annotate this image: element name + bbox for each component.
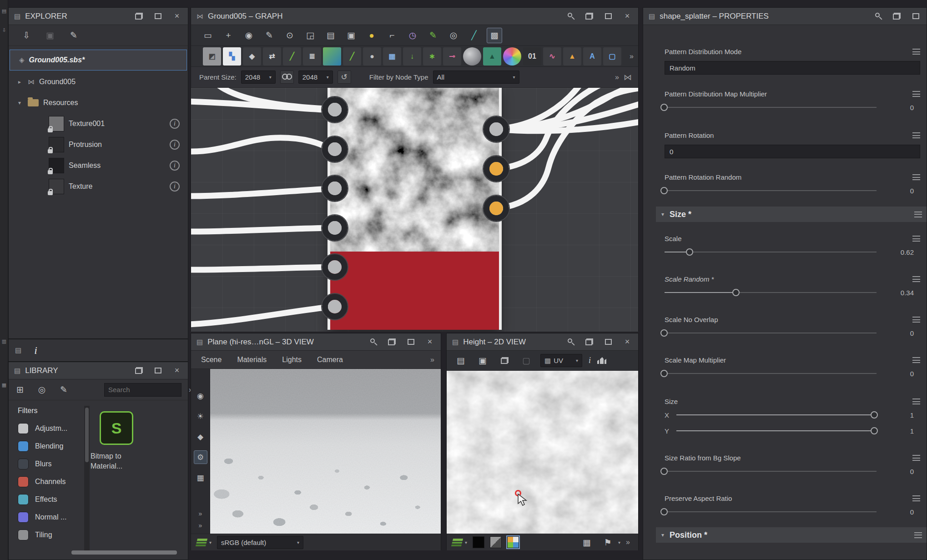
height-node-icon[interactable]: ▲ [483, 47, 501, 66]
param-menu-icon[interactable] [912, 276, 920, 282]
paint-icon[interactable]: ╱ [466, 28, 482, 43]
save-image-icon[interactable]: ▣ [475, 353, 490, 368]
histogram-icon[interactable] [597, 357, 606, 364]
slider-handle[interactable] [871, 427, 878, 434]
float-icon[interactable] [131, 10, 146, 23]
output-connector-dot[interactable] [484, 116, 509, 142]
frame-node-icon[interactable]: ▢ [603, 47, 621, 66]
size-section-header[interactable]: ▾ Size * [656, 207, 927, 222]
param-menu-icon[interactable] [914, 212, 922, 217]
library-hscrollbar[interactable] [71, 550, 177, 555]
view3d-tab[interactable]: Materials [237, 356, 267, 364]
copy-icon[interactable] [497, 353, 512, 368]
value-node-icon[interactable]: 01 [523, 47, 541, 66]
info-icon[interactable] [170, 140, 180, 150]
info-icon[interactable] [170, 182, 180, 192]
param-menu-icon[interactable] [912, 174, 920, 180]
maximize-icon[interactable] [601, 10, 615, 23]
layout-icon[interactable]: ▣ [343, 28, 359, 43]
search-input[interactable] [104, 383, 181, 397]
move-tool-icon[interactable]: + [221, 28, 236, 43]
toolbar-overflow-icon[interactable]: » [630, 52, 634, 61]
export-image-icon[interactable]: ▤ [453, 353, 469, 368]
pin-icon[interactable] [563, 336, 577, 348]
fit-view-icon[interactable]: ◲ [302, 28, 318, 43]
uv-mode-select[interactable]: ▩ UV ▾ [540, 354, 582, 367]
maximize-icon[interactable] [151, 10, 165, 23]
subgraph-icon[interactable]: ⋈ [624, 72, 632, 82]
param-menu-icon[interactable] [914, 532, 922, 538]
link-create-icon[interactable]: ● [364, 28, 379, 43]
reset-size-icon[interactable]: ↺ [338, 71, 351, 84]
float-icon[interactable] [582, 10, 596, 23]
tree-item-resources[interactable]: ▾ Resources [9, 92, 188, 113]
graph-canvas[interactable] [191, 88, 638, 332]
pattern-distribution-mode-select[interactable]: Random [665, 61, 920, 75]
pattern-rotation-input[interactable]: 0 [665, 145, 920, 158]
library-filter-item[interactable]: Blurs [9, 455, 84, 473]
view3d-tab[interactable]: Scene [201, 356, 222, 364]
scale-slider[interactable] [665, 248, 877, 256]
pyramid-node-icon[interactable]: ▲ [563, 47, 581, 66]
param-menu-icon[interactable] [912, 495, 920, 501]
size-ratio-slider[interactable] [665, 467, 877, 475]
toolbar-overflow-icon[interactable]: » [199, 510, 202, 517]
input-connector-dot[interactable] [322, 294, 348, 319]
resource-item[interactable]: Protrusion [9, 134, 188, 155]
close-icon[interactable]: × [170, 364, 184, 377]
layers-icon[interactable] [451, 539, 463, 546]
param-menu-icon[interactable] [912, 455, 920, 461]
slider-handle[interactable] [660, 508, 668, 515]
colorspace-select[interactable]: sRGB (default)▾ [217, 536, 303, 549]
parent-width-select[interactable]: 2048▾ [241, 71, 276, 84]
blend-node-icon[interactable]: ◆ [243, 47, 261, 66]
chevron-down-icon[interactable]: ▾ [618, 540, 620, 545]
shape-node-icon[interactable]: ● [363, 47, 381, 66]
params-overflow-icon[interactable]: » [615, 73, 619, 81]
library-filter-icon[interactable]: ⊞ [12, 382, 28, 398]
view3d-viewport[interactable] [210, 369, 441, 534]
save-icon[interactable]: ▣ [42, 28, 58, 43]
chevron-down-icon[interactable]: ▾ [465, 540, 467, 545]
slope-blur-node-icon[interactable]: ╱ [343, 47, 361, 66]
slider-handle[interactable] [686, 248, 693, 256]
channels-swatch[interactable] [507, 536, 519, 548]
param-menu-icon[interactable] [912, 357, 920, 363]
float-icon[interactable] [384, 336, 399, 348]
library-world-icon[interactable]: ◎ [34, 382, 50, 398]
library-preview-item[interactable]: S Bitmap to Material... [95, 411, 168, 471]
slider-handle[interactable] [660, 370, 668, 377]
chevron-right-icon[interactable]: ▸ [16, 79, 23, 85]
output-connector-dot[interactable] [484, 156, 509, 182]
toolbar-overflow-icon[interactable]: » [199, 522, 202, 529]
float-icon[interactable] [889, 10, 904, 23]
ground-grid-icon[interactable]: ▦ [194, 471, 207, 484]
bitmap-node-icon[interactable]: ◩ [203, 47, 221, 66]
dock-page-icon[interactable]: ▤ [1, 7, 7, 15]
resource-item[interactable]: Seamless [9, 155, 188, 176]
spline-node-icon[interactable]: ∿ [543, 47, 561, 66]
library-filter-item[interactable]: Channels [9, 473, 84, 490]
shuffle-node-icon[interactable]: ⇄ [263, 47, 281, 66]
slider-handle[interactable] [660, 468, 668, 475]
input-connector-dot[interactable] [322, 254, 348, 280]
marquee-select-icon[interactable]: ▭ [200, 28, 216, 43]
pin-icon[interactable] [365, 336, 380, 348]
export-icon[interactable]: ✎ [66, 28, 81, 43]
tabs-overflow-icon[interactable]: » [430, 356, 434, 364]
text-node-icon[interactable]: A [583, 47, 601, 66]
library-scrollbar-thumb[interactable] [85, 408, 89, 462]
info-icon[interactable] [170, 161, 180, 171]
maximize-icon[interactable] [151, 364, 165, 377]
info-icon[interactable] [170, 119, 180, 129]
maximize-icon[interactable] [908, 10, 923, 23]
thumbnail-icon[interactable]: ◎ [446, 28, 461, 43]
levels-node-icon[interactable]: ≣ [303, 47, 321, 66]
view2d-viewport[interactable] [447, 371, 638, 534]
information-icon[interactable]: i [589, 356, 591, 365]
layers-icon[interactable]: ▤ [15, 346, 21, 354]
pattern-distribution-map-multiplier-slider[interactable] [665, 103, 877, 111]
maximize-icon[interactable] [403, 336, 418, 348]
lamp-icon[interactable]: ☀ [194, 409, 207, 423]
link-sizes-icon[interactable] [280, 71, 294, 84]
